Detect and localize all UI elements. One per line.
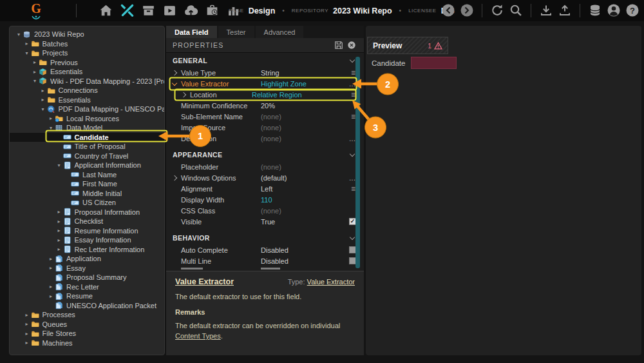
tree-item-resume[interactable]: ▸Resume: [10, 291, 164, 301]
tree-item-rec-letter-information[interactable]: ▸Rec Letter Information: [10, 245, 164, 255]
close-icon[interactable]: [347, 41, 356, 52]
property-value[interactable]: (none): [261, 207, 281, 215]
chevron-right-icon[interactable]: [172, 175, 177, 180]
forward-icon[interactable]: [459, 3, 475, 18]
tree-item-last-name[interactable]: Last Name: [10, 170, 164, 180]
tree-item-previous[interactable]: ▸Previous: [10, 58, 164, 68]
property-row-display-width[interactable]: Display Width110: [166, 194, 364, 205]
tree-item-title-of-proposal[interactable]: Title of Proposal: [10, 142, 164, 152]
property-value[interactable]: Highlight Zone: [261, 80, 307, 88]
home-icon[interactable]: [98, 3, 114, 19]
ellipsis-button[interactable]: ...: [349, 81, 355, 87]
tree-item-essay-information[interactable]: ▸Essay Information: [10, 235, 164, 245]
tab-data-field[interactable]: Data Field: [166, 26, 217, 38]
tree-expander-icon[interactable]: ▸: [39, 97, 47, 103]
save-icon[interactable]: [334, 41, 343, 52]
tree-item-processes[interactable]: ▸Processes: [10, 310, 164, 320]
property-value[interactable]: Left: [261, 185, 272, 193]
tree-expander-icon[interactable]: ▸: [23, 41, 31, 46]
preview-field-input[interactable]: [411, 57, 457, 69]
tree-expander-icon[interactable]: ▾: [47, 125, 55, 131]
type-link[interactable]: Value Extractor: [307, 278, 355, 286]
user-icon[interactable]: [606, 3, 621, 18]
property-row-description[interactable]: Description(none)...: [166, 133, 364, 144]
property-row-auto-complete[interactable]: Auto CompleteDisabled: [166, 244, 364, 255]
tree-item-pdf-data-mapping-unesco-packet[interactable]: ▾PDF Data Mapping - UNESCO Packet: [10, 104, 164, 114]
tree-item-application[interactable]: ▸Application: [10, 254, 164, 264]
tree-expander-icon[interactable]: ▸: [47, 256, 55, 262]
property-value[interactable]: (default): [261, 174, 287, 182]
tree-expander-icon[interactable]: ▸: [55, 237, 63, 243]
tree-item-candidate[interactable]: Candidate: [10, 133, 164, 142]
tree-item-connections[interactable]: ▸Connections: [10, 86, 164, 95]
property-value[interactable]: Disabled: [261, 257, 289, 265]
chevron-right-icon[interactable]: [181, 92, 186, 97]
tab-tester[interactable]: Tester: [218, 26, 254, 38]
breadcrumb-repo-value[interactable]: 2023 Wiki Repo: [333, 6, 392, 15]
download-icon[interactable]: [538, 3, 554, 18]
tree-expander-icon[interactable]: ▸: [23, 340, 31, 346]
tree-expander-icon[interactable]: ▸: [55, 219, 63, 224]
help-icon[interactable]: ?: [625, 3, 640, 18]
menu-icon[interactable]: ≡: [351, 186, 355, 192]
tree-expander-icon[interactable]: ▸: [31, 69, 39, 75]
property-row-import-source[interactable]: Import Source(none): [166, 122, 364, 133]
tree-item-checklist[interactable]: ▸Checklist: [10, 217, 164, 226]
property-value[interactable]: String: [261, 69, 279, 77]
search-icon[interactable]: [508, 3, 524, 18]
tree-item-file-stores[interactable]: ▸File Stores: [10, 329, 164, 338]
scrollbar-thumb[interactable]: [355, 57, 360, 268]
tree-expander-icon[interactable]: ▸: [39, 88, 47, 93]
tree-expander-icon[interactable]: ▸: [47, 284, 55, 289]
media-box-icon[interactable]: [162, 3, 178, 19]
property-value[interactable]: (none): [261, 163, 281, 171]
property-row-location[interactable]: LocationRelative Region≡: [166, 89, 364, 100]
tree-expander-icon[interactable]: ▾: [31, 78, 39, 84]
ellipsis-button[interactable]: ...: [349, 175, 355, 181]
tree-item-2023-wiki-repo[interactable]: ▾2023 Wiki Repo: [10, 30, 164, 39]
tree-expander-icon[interactable]: ▾: [15, 32, 23, 37]
ellipsis-button[interactable]: ...: [349, 135, 355, 142]
database-icon[interactable]: [587, 3, 603, 18]
tree-item-proposal-information[interactable]: ▸Proposal Information: [10, 208, 164, 217]
property-row-value-extractor[interactable]: Value ExtractorHighlight Zone...: [166, 78, 364, 89]
tree-expander-icon[interactable]: ▸: [23, 331, 31, 337]
tree-item-resume-information[interactable]: ▸Resume Information: [10, 226, 164, 236]
tree-item-queues[interactable]: ▸Queues: [10, 320, 164, 329]
back-icon[interactable]: [440, 3, 456, 18]
property-row-sub-element-name[interactable]: Sub-Element Name(none)≡: [166, 111, 364, 122]
tree-item-rec-letter[interactable]: ▸Rec Letter: [10, 282, 164, 292]
chevron-right-icon[interactable]: [172, 70, 177, 75]
property-row-windows-options[interactable]: Windows Options(default)...: [166, 172, 364, 183]
property-value[interactable]: (none): [261, 124, 281, 132]
tree-item-projects[interactable]: ▾Projects: [10, 48, 164, 58]
property-row-visible[interactable]: VisibleTrue✓: [166, 216, 364, 227]
property-row-css-class[interactable]: CSS Class(none): [166, 205, 364, 216]
property-value[interactable]: (none): [261, 135, 281, 142]
app-logo[interactable]: G: [26, 1, 46, 21]
tree-expander-icon[interactable]: ▸: [47, 265, 55, 271]
tree-item-local-resources[interactable]: ▸Local Resources: [10, 114, 164, 124]
tree-item-batches[interactable]: ▸Batches: [10, 39, 164, 49]
tree-item-essentials[interactable]: ▸Essentials: [10, 67, 164, 77]
chevron-down-icon[interactable]: [172, 80, 177, 85]
property-value[interactable]: (none): [261, 113, 281, 121]
breadcrumb-page-value[interactable]: Design: [249, 6, 276, 15]
tree-item-unesco-application-packet[interactable]: UNESCO Application Packet: [10, 301, 164, 311]
tree-item-essentials[interactable]: ▸Essentials: [10, 95, 164, 105]
property-value[interactable]: True: [261, 218, 275, 226]
tree-item-country-of-travel[interactable]: Country of Travel: [10, 152, 164, 161]
tree-expander-icon[interactable]: ▸: [47, 293, 55, 299]
tree-item-proposal-summary[interactable]: Proposal Summary: [10, 273, 164, 282]
tree-expander-icon[interactable]: ▸: [47, 115, 55, 121]
property-value[interactable]: Relative Region: [252, 91, 302, 99]
property-row-value-type[interactable]: Value TypeString≡: [166, 67, 364, 78]
tree-item-us-citizen[interactable]: US Citizen: [10, 198, 164, 208]
tree-expander-icon[interactable]: ▸: [23, 312, 31, 318]
tree-expander-icon[interactable]: ▸: [55, 246, 63, 252]
tree-expander-icon[interactable]: ▸: [23, 321, 31, 327]
property-row-alignment[interactable]: AlignmentLeft≡: [166, 183, 364, 194]
tree-expander-icon[interactable]: ▸: [55, 209, 63, 215]
menu-icon[interactable]: ≡: [351, 92, 355, 98]
design-tools-icon[interactable]: [119, 3, 135, 19]
